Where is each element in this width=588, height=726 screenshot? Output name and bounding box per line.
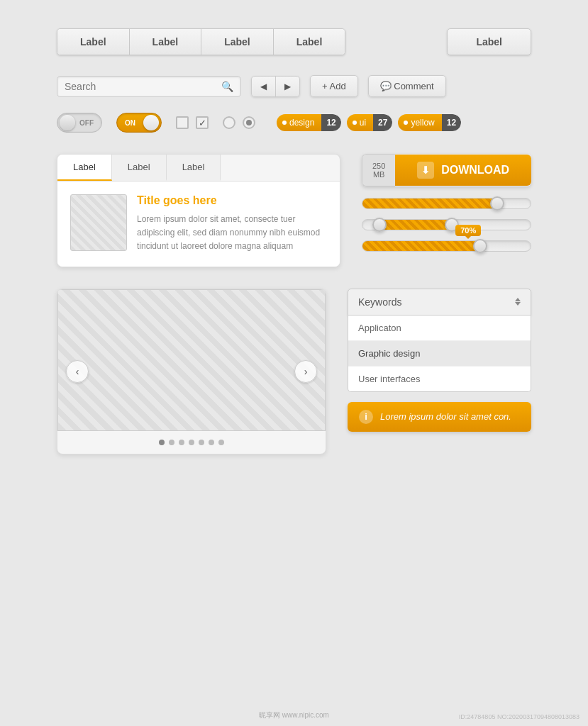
tag-dot-ui	[353, 121, 357, 125]
dropdown-list: Applicaton Graphic design User interface…	[348, 315, 531, 392]
carousel-dots	[57, 431, 326, 454]
tab-btn-4[interactable]: Label	[274, 29, 345, 55]
carousel-dot-2[interactable]	[169, 440, 174, 445]
toggles-row: OFF ON ✓ design 12	[57, 113, 531, 133]
carousel-prev-button[interactable]: ‹	[66, 360, 89, 383]
dropdown-panel: Keywords Applicaton Graphic design User …	[348, 289, 531, 454]
toggle-off[interactable]: OFF	[57, 113, 102, 133]
nav-next-button[interactable]: ▶	[276, 77, 299, 96]
toggle-off-label: OFF	[79, 119, 94, 127]
checkbox-unchecked[interactable]	[176, 116, 189, 129]
card-tabs: Label Label Label	[57, 155, 340, 182]
watermark: 昵享网 www.nipic.com	[259, 710, 329, 720]
card-title: Title goes here	[137, 194, 327, 207]
tag-design-label: design	[289, 118, 314, 128]
right-panel: 250 MB ⬇ DOWNLOAD	[362, 154, 531, 267]
slider-2-knob-left[interactable]	[372, 218, 387, 232]
carousel-next-button[interactable]: ›	[294, 360, 317, 383]
search-input[interactable]	[65, 81, 221, 92]
carousel-image	[57, 289, 326, 431]
carousel-dot-1[interactable]	[159, 440, 165, 445]
slider-1-track[interactable]	[362, 198, 531, 209]
radio-selected[interactable]	[243, 116, 255, 129]
tag-dot	[282, 121, 287, 125]
add-button[interactable]: + Add	[310, 75, 358, 97]
comment-button[interactable]: 💬 Comment	[368, 75, 446, 97]
radio-dot	[246, 120, 252, 125]
card-body-text: Lorem ipsum dolor sit amet, consecte tue…	[137, 213, 327, 254]
checkbox-checked[interactable]: ✓	[196, 116, 209, 129]
tag-yellow-count: 12	[442, 114, 461, 131]
card-tab-2[interactable]: Label	[112, 155, 167, 181]
dropdown-item-3[interactable]: User interfaces	[348, 367, 531, 391]
slider-3-wrapper: 70%	[362, 240, 531, 252]
dropdown-select[interactable]: Keywords	[348, 289, 531, 315]
slider-3-tooltip: 70%	[455, 225, 481, 236]
download-label: DOWNLOAD	[441, 164, 509, 177]
toggle-off-knob	[60, 115, 75, 130]
search-box: 🔍	[57, 76, 241, 97]
download-unit: MB	[372, 170, 385, 179]
carousel-dot-4[interactable]	[189, 440, 194, 445]
slider-1-knob[interactable]	[490, 196, 504, 211]
download-size-value: 250	[372, 162, 385, 170]
carousel-dot-5[interactable]	[199, 440, 204, 445]
tag-ui[interactable]: ui 27	[347, 114, 393, 131]
tab-buttons-section: Label Label Label Label Label	[57, 28, 531, 55]
dropdown-arrow-icon	[515, 298, 521, 306]
tab-btn-2[interactable]: Label	[130, 29, 202, 55]
slider-1-fill	[362, 199, 497, 208]
dropdown-placeholder: Keywords	[358, 296, 401, 308]
toast-text: Lorem ipsum dolor sit amet con.	[380, 411, 511, 422]
download-icon: ⬇	[417, 162, 434, 179]
slider-3-fill	[362, 241, 480, 251]
carousel-dot-6[interactable]	[209, 440, 214, 445]
info-toast: i Lorem ipsum dolor sit amet con.	[348, 402, 531, 432]
tag-dot-yellow	[404, 121, 408, 125]
card-image	[70, 194, 127, 251]
radio-unselected[interactable]	[223, 116, 235, 129]
dropdown-item-1[interactable]: Applicaton	[348, 315, 531, 341]
radio-group	[223, 116, 255, 129]
download-widget: 250 MB ⬇ DOWNLOAD	[362, 154, 531, 186]
carousel-panel: ‹ ›	[57, 289, 326, 454]
controls-row: 🔍 ◀ ▶ + Add 💬 Comment	[57, 75, 531, 97]
slider-3-knob[interactable]	[473, 239, 487, 253]
checkbox-group: ✓	[176, 116, 209, 129]
card-tab-3[interactable]: Label	[167, 155, 221, 181]
main-content-row: Label Label Label Title goes here Lorem …	[57, 154, 531, 267]
tag-ui-label: ui	[360, 118, 366, 128]
slider-3-track[interactable]	[362, 240, 531, 252]
slider-container: 70%	[362, 198, 531, 252]
watermark-meta: ID:24784805 NO:20200317094808013083	[459, 713, 579, 720]
tag-yellow-label: yellow	[411, 118, 434, 128]
card-tab-1[interactable]: Label	[57, 155, 112, 181]
card-content: Title goes here Lorem ipsum dolor sit am…	[137, 194, 327, 254]
arrow-down-icon	[515, 302, 521, 306]
tab-group: Label Label Label Label	[57, 28, 345, 55]
tab-btn-1[interactable]: Label	[57, 29, 130, 55]
nav-prev-button[interactable]: ◀	[252, 77, 276, 96]
search-button[interactable]: 🔍	[221, 81, 233, 92]
arrow-up-icon	[515, 298, 521, 301]
bottom-row: ‹ › Keywords Applicaton	[57, 289, 531, 454]
download-button[interactable]: ⬇ DOWNLOAD	[395, 155, 531, 186]
tag-ui-count: 27	[373, 114, 392, 131]
dropdown-item-2[interactable]: Graphic design	[348, 341, 531, 367]
tab-btn-3[interactable]: Label	[201, 29, 274, 55]
card-panel: Label Label Label Title goes here Lorem …	[57, 154, 340, 267]
carousel-dot-7[interactable]	[218, 440, 224, 445]
toggle-on-label: ON	[125, 119, 135, 127]
info-icon: i	[359, 410, 373, 424]
tag-design-count: 12	[321, 114, 340, 131]
tag-yellow[interactable]: yellow 12	[398, 114, 461, 131]
tags-group: design 12 ui 27 yellow 12	[277, 114, 461, 131]
toggle-on[interactable]: ON	[116, 113, 162, 133]
slider-2-fill	[379, 220, 455, 230]
tag-design[interactable]: design 12	[277, 114, 341, 131]
slider-2-track[interactable]	[362, 219, 531, 230]
carousel-dot-3[interactable]	[179, 440, 184, 445]
toggle-on-knob	[143, 115, 159, 130]
single-tab-btn[interactable]: Label	[447, 28, 531, 55]
download-size: 250 MB	[362, 154, 395, 186]
